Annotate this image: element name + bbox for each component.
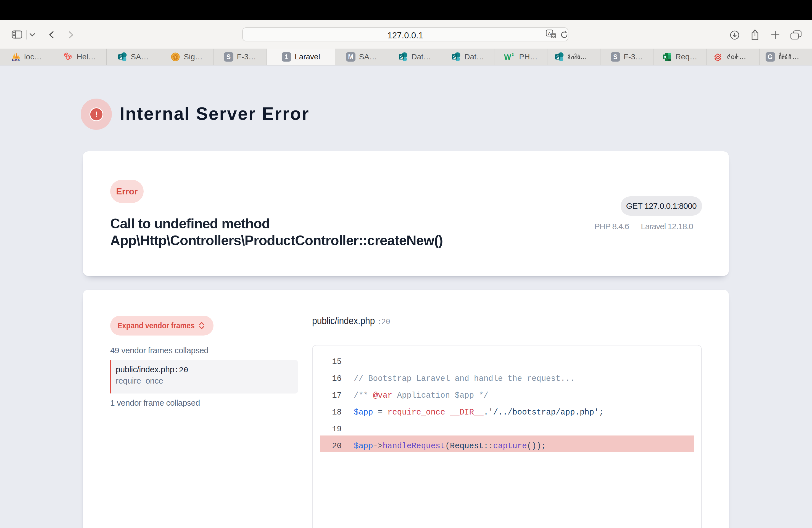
svg-text:W: W [504, 53, 511, 61]
svg-text:S: S [400, 55, 403, 60]
svg-text:PMA: PMA [12, 58, 20, 62]
svg-text:X: X [664, 55, 666, 59]
svg-text:文: 文 [552, 34, 555, 38]
svg-text:A: A [548, 31, 551, 35]
svg-text:S: S [556, 55, 559, 60]
svg-text:3: 3 [512, 53, 514, 57]
svg-text:S: S [453, 55, 456, 60]
svg-text:S: S [119, 55, 122, 60]
